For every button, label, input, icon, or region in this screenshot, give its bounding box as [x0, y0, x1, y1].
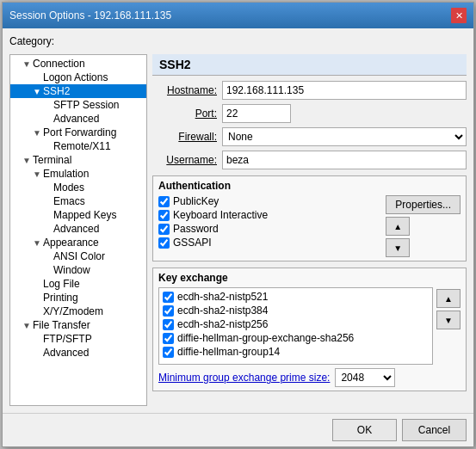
- expand-icon: ▼: [21, 321, 33, 330]
- kex-item-ecdh-sha2-nistp521: ecdh-sha2-nistp521: [161, 290, 430, 304]
- tree-item-label: Port Forwarding: [43, 126, 116, 138]
- kex-label-ecdh-sha2-nistp521: ecdh-sha2-nistp521: [177, 291, 268, 303]
- hostname-input[interactable]: [222, 81, 467, 100]
- kex-down-button[interactable]: ▼: [436, 311, 461, 329]
- tree-item-label: Advanced: [53, 113, 99, 125]
- kex-section: Key exchange ecdh-sha2-nistp521ecdh-sha2…: [152, 268, 467, 391]
- dialog-footer: OK Cancel: [3, 413, 473, 446]
- tree-item-printing[interactable]: Printing: [10, 291, 146, 304]
- auth-checkbox-password[interactable]: [158, 224, 170, 235]
- username-label[interactable]: Username:: [152, 154, 217, 166]
- tree-item-log-file[interactable]: Log File: [10, 277, 146, 291]
- tree-item-xy-zmodem[interactable]: X/Y/Zmodem: [10, 304, 146, 318]
- port-input[interactable]: [222, 104, 291, 123]
- tree-item-label: X/Y/Zmodem: [43, 305, 103, 317]
- tree-item-label: Log File: [43, 278, 80, 290]
- kex-item-diffie-hellman-group14: diffie-hellman-group14: [161, 345, 430, 359]
- auth-checkbox-publickey[interactable]: [158, 196, 170, 207]
- tree-item-advanced-ft[interactable]: Advanced: [10, 346, 146, 360]
- username-row: Username:: [152, 151, 467, 169]
- tree-item-connection[interactable]: ▼Connection: [10, 57, 146, 71]
- kex-list[interactable]: ecdh-sha2-nistp521ecdh-sha2-nistp384ecdh…: [158, 287, 433, 365]
- auth-label-keyboard-interactive: Keyboard Interactive: [173, 209, 268, 221]
- tree-item-label: Emulation: [43, 168, 89, 180]
- kex-section-title: Key exchange: [158, 272, 461, 284]
- tree-item-appearance[interactable]: ▼Appearance: [10, 236, 146, 249]
- auth-down-button[interactable]: ▼: [386, 238, 410, 257]
- min-group-row: Minimum group exchange prime size: 1024 …: [158, 368, 461, 387]
- tree-item-label: Modes: [53, 181, 84, 194]
- tree-item-advanced-terminal[interactable]: Advanced: [10, 222, 146, 236]
- auth-section: Authentication PublicKeyKeyboard Interac…: [152, 175, 467, 261]
- ok-button[interactable]: OK: [332, 419, 397, 441]
- kex-checkbox-ecdh-sha2-nistp521[interactable]: [163, 292, 174, 303]
- main-content: ▼ConnectionLogon Actions▼SSH2SFTP Sessio…: [9, 54, 467, 406]
- right-panel: SSH2 Hostname: Port: Firewall:: [152, 54, 467, 406]
- tree-item-label: ANSI Color: [53, 250, 105, 262]
- auth-buttons: Properties... ▲ ▼: [386, 195, 461, 257]
- tree-item-emacs[interactable]: Emacs: [10, 194, 146, 208]
- kex-buttons: ▲ ▼: [436, 287, 461, 365]
- auth-up-button[interactable]: ▲: [386, 217, 410, 236]
- tree-item-label: Terminal: [33, 154, 71, 166]
- auth-area: PublicKeyKeyboard InteractivePasswordGSS…: [158, 195, 461, 257]
- kex-checkbox-diffie-hellman-group-exchange-sha256[interactable]: [163, 333, 174, 344]
- kex-checkbox-diffie-hellman-group14[interactable]: [163, 347, 174, 358]
- auth-label-password: Password: [173, 223, 219, 235]
- tree-item-advanced-ssh2[interactable]: Advanced: [10, 112, 146, 126]
- tree-item-file-transfer[interactable]: ▼File Transfer: [10, 318, 146, 332]
- cancel-button[interactable]: Cancel: [402, 419, 467, 441]
- auth-section-title: Authentication: [158, 180, 461, 192]
- tree-item-remote-x11[interactable]: Remote/X11: [10, 139, 146, 153]
- hostname-row: Hostname:: [152, 81, 467, 100]
- tree-item-ssh2[interactable]: ▼SSH2: [10, 84, 146, 98]
- tree-item-ftp-sftp[interactable]: FTP/SFTP: [10, 332, 146, 346]
- tree-item-label: Mapped Keys: [53, 209, 116, 221]
- expand-icon: ▼: [21, 59, 33, 69]
- tree-item-label: Advanced: [43, 347, 89, 359]
- tree-item-label: Logon Actions: [43, 71, 108, 83]
- tree-item-label: Emacs: [53, 195, 85, 207]
- auth-label-publickey: PublicKey: [173, 195, 219, 207]
- tree-item-modes[interactable]: Modes: [10, 181, 146, 194]
- auth-item-publickey: PublicKey: [158, 195, 380, 207]
- tree-panel[interactable]: ▼ConnectionLogon Actions▼SSH2SFTP Sessio…: [9, 54, 147, 406]
- tree-item-emulation[interactable]: ▼Emulation: [10, 167, 146, 181]
- kex-checkbox-ecdh-sha2-nistp384[interactable]: [163, 305, 174, 317]
- auth-checkbox-keyboard-interactive[interactable]: [158, 210, 170, 221]
- dialog-title: Session Options - 192.168.111.135: [9, 9, 171, 22]
- tree-item-logon-actions[interactable]: Logon Actions: [10, 71, 146, 84]
- tree-item-label: FTP/SFTP: [43, 333, 92, 345]
- auth-checkbox-gssapi[interactable]: [158, 237, 170, 249]
- firewall-label[interactable]: Firewall:: [152, 131, 217, 143]
- kex-item-diffie-hellman-group-exchange-sha256: diffie-hellman-group-exchange-sha256: [161, 331, 430, 345]
- hostname-label[interactable]: Hostname:: [152, 84, 217, 96]
- expand-icon: ▼: [31, 238, 43, 248]
- port-label[interactable]: Port:: [152, 108, 217, 120]
- tree-item-label: Advanced: [53, 223, 99, 235]
- tree-item-label: Printing: [43, 292, 78, 304]
- kex-up-button[interactable]: ▲: [436, 289, 461, 308]
- auth-checkboxes: PublicKeyKeyboard InteractivePasswordGSS…: [158, 195, 380, 257]
- firewall-select[interactable]: None SOCKS4 SOCKS5 HTTP: [222, 127, 467, 146]
- expand-icon: ▼: [31, 128, 43, 138]
- dialog-body: Category: ▼ConnectionLogon Actions▼SSH2S…: [3, 28, 473, 413]
- tree-item-window[interactable]: Window: [10, 263, 146, 277]
- kex-label-ecdh-sha2-nistp256: ecdh-sha2-nistp256: [177, 318, 268, 330]
- tree-item-mapped-keys[interactable]: Mapped Keys: [10, 208, 146, 222]
- tree-item-port-forwarding[interactable]: ▼Port Forwarding: [10, 126, 146, 139]
- tree-item-label: File Transfer: [33, 319, 90, 331]
- min-group-label[interactable]: Minimum group exchange prime size:: [158, 372, 330, 384]
- min-group-select[interactable]: 1024 2048 4096: [335, 368, 395, 387]
- tree-item-label: Connection: [33, 58, 85, 70]
- tree-item-label: SSH2: [43, 85, 70, 97]
- tree-item-terminal[interactable]: ▼Terminal: [10, 153, 146, 167]
- tree-item-ansi-color[interactable]: ANSI Color: [10, 249, 146, 263]
- auth-item-gssapi: GSSAPI: [158, 237, 380, 249]
- properties-button[interactable]: Properties...: [386, 195, 461, 214]
- close-button[interactable]: ✕: [451, 8, 467, 23]
- tree-item-sftp-session[interactable]: SFTP Session: [10, 98, 146, 112]
- username-input[interactable]: [222, 151, 467, 169]
- kex-checkbox-ecdh-sha2-nistp256[interactable]: [163, 319, 174, 330]
- auth-item-keyboard-interactive: Keyboard Interactive: [158, 209, 380, 221]
